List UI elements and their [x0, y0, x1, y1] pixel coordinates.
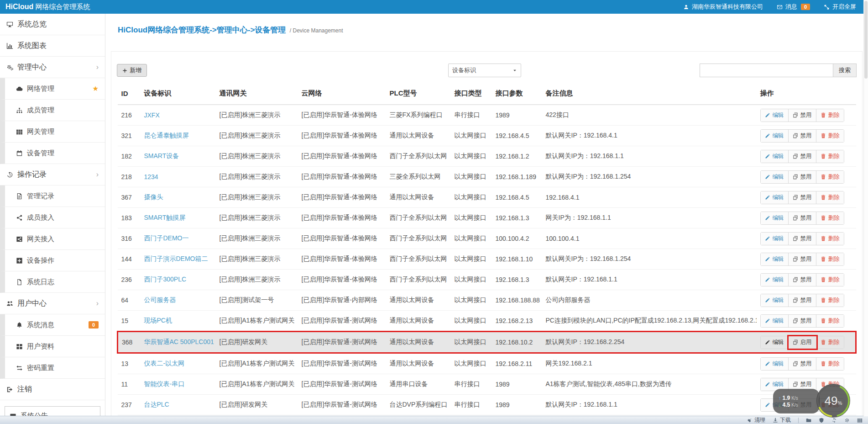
- device-name-link[interactable]: 台达PLC: [144, 401, 169, 408]
- device-name-link[interactable]: 1234: [144, 173, 158, 180]
- sidebar-item-logout[interactable]: 注销: [0, 379, 105, 400]
- folder-icon[interactable]: [806, 418, 811, 423]
- edit-button[interactable]: 编辑: [761, 191, 789, 204]
- device-name-link[interactable]: 仪表二-以太网: [144, 360, 185, 367]
- sidebar-item-user-center[interactable]: 用户中心›: [0, 293, 105, 314]
- app-title[interactable]: HiCloud 网络综合管理系统: [0, 3, 90, 11]
- device-name-link[interactable]: 智能仪表-串口: [144, 380, 185, 387]
- disable-button[interactable]: 禁用: [789, 253, 816, 265]
- add-device-button[interactable]: 新增: [117, 64, 147, 77]
- sidebar-item-device-operations[interactable]: 设备操作: [0, 250, 105, 271]
- edit-button[interactable]: 编辑: [761, 336, 789, 349]
- main-content: HiCloud网络综合管理系统->管理中心->设备管理 / Device Man…: [105, 14, 868, 424]
- delete-button-label: 删除: [828, 360, 840, 368]
- apps-icon[interactable]: [857, 418, 863, 423]
- edit-button[interactable]: 编辑: [761, 358, 789, 370]
- sidebar-item-system-overview[interactable]: 系统总览: [0, 14, 105, 35]
- disable-button[interactable]: 禁用: [789, 130, 816, 142]
- sidebar-item-gateway-access[interactable]: 网关接入: [0, 228, 105, 250]
- note-cell: 192.168.4.1: [542, 187, 757, 208]
- device-name-link[interactable]: 华辰智通AC 500PLC001: [144, 338, 214, 345]
- device-name-link[interactable]: JXFX: [144, 111, 160, 119]
- delete-button[interactable]: 删除: [816, 130, 844, 142]
- device-id: 237: [118, 395, 141, 415]
- network-cell: [已启用]华辰智通-体验网络: [298, 167, 386, 187]
- pencil-icon: [765, 236, 770, 241]
- edit-button[interactable]: 编辑: [761, 315, 789, 327]
- device-name-link[interactable]: 公司服务器: [144, 296, 176, 303]
- delete-button[interactable]: 删除: [816, 233, 844, 245]
- sidebar-item-gateway-management[interactable]: 网关管理: [0, 121, 105, 143]
- sidebar-item-password-reset[interactable]: 密码重置: [0, 357, 105, 379]
- search-input[interactable]: [700, 64, 833, 77]
- disable-button[interactable]: 禁用: [789, 294, 816, 307]
- delete-button[interactable]: 删除: [816, 315, 844, 327]
- search-button[interactable]: 搜索: [833, 64, 857, 77]
- sidebar-item-device-management[interactable]: 设备管理: [0, 143, 105, 164]
- sidebar-item-system-logs[interactable]: 系统日志: [0, 271, 105, 293]
- clean-shortcut[interactable]: 清理: [747, 416, 765, 424]
- trash-icon: [821, 215, 826, 221]
- trash-icon: [821, 318, 826, 323]
- pencil-icon: [765, 174, 770, 180]
- device-name-link[interactable]: 西门子演示DEMO箱二: [144, 255, 208, 262]
- sidebar-item-management-center[interactable]: 管理中心›: [0, 57, 105, 78]
- sidebar-item-network-management[interactable]: 网络管理★: [0, 78, 105, 100]
- delete-button[interactable]: 删除: [816, 294, 844, 307]
- sidebar-item-management-records[interactable]: 管理记录: [0, 186, 105, 207]
- device-name-link[interactable]: 摄像头: [144, 193, 163, 201]
- device-name-link[interactable]: SMART设备: [144, 152, 179, 159]
- device-name-link[interactable]: 西门子DEMO一: [144, 234, 189, 242]
- delete-button[interactable]: 删除: [816, 212, 844, 224]
- edit-button[interactable]: 编辑: [761, 294, 789, 307]
- clone-icon: [793, 174, 798, 180]
- sidebar-item-system-charts[interactable]: 系统图表: [0, 35, 105, 57]
- disable-button[interactable]: 禁用: [789, 191, 816, 204]
- filter-dropdown[interactable]: 设备标识: [448, 64, 521, 77]
- edit-button[interactable]: 编辑: [761, 130, 789, 142]
- download-shortcut[interactable]: 下载: [773, 416, 791, 424]
- sidebar-item-member-access[interactable]: 成员接入: [0, 207, 105, 228]
- device-name-link[interactable]: 现场PC机: [144, 317, 172, 324]
- disable-button[interactable]: 禁用: [789, 109, 816, 122]
- sidebar-item-member-management[interactable]: 成员管理: [0, 100, 105, 121]
- company-menu[interactable]: 湖南华辰智通科技有限公司: [683, 3, 763, 11]
- delete-button[interactable]: 删除: [816, 336, 844, 349]
- delete-button[interactable]: 删除: [816, 171, 844, 183]
- disable-button[interactable]: 禁用: [789, 212, 816, 224]
- scrollbar-thumb[interactable]: [864, 1, 868, 79]
- delete-button[interactable]: 删除: [816, 109, 844, 122]
- enable-button[interactable]: 启用: [789, 336, 816, 349]
- delete-button[interactable]: 删除: [816, 253, 844, 265]
- edit-button[interactable]: 编辑: [761, 274, 789, 286]
- delete-button[interactable]: 删除: [816, 358, 844, 370]
- disable-button[interactable]: 禁用: [789, 233, 816, 245]
- delete-button[interactable]: 删除: [816, 150, 844, 163]
- disable-button[interactable]: 禁用: [789, 171, 816, 183]
- disable-button[interactable]: 禁用: [789, 274, 816, 286]
- device-name-link[interactable]: SMART触摸屏: [144, 214, 186, 221]
- delete-button[interactable]: 删除: [816, 191, 844, 204]
- sidebar-item-system-messages[interactable]: 系统消息0: [0, 314, 105, 336]
- disable-button[interactable]: 禁用: [789, 150, 816, 163]
- device-name-link[interactable]: 昆仑通泰触摸屏: [144, 132, 189, 139]
- edit-button[interactable]: 编辑: [761, 233, 789, 245]
- sidebar-item-user-profile[interactable]: 用户资料: [0, 336, 105, 357]
- disable-button-label: 禁用: [800, 173, 812, 181]
- edit-button[interactable]: 编辑: [761, 150, 789, 163]
- edit-button[interactable]: 编辑: [761, 109, 789, 122]
- fullscreen-button[interactable]: 开启全屏: [824, 3, 856, 11]
- device-name-link[interactable]: 西门子300PLC: [144, 276, 187, 283]
- performance-gauge[interactable]: 49 %: [816, 383, 851, 419]
- edit-button[interactable]: 编辑: [761, 253, 789, 265]
- edit-button[interactable]: 编辑: [761, 171, 789, 183]
- iface-cell: 以太网接口: [451, 270, 492, 290]
- messages-menu[interactable]: 消息 0: [777, 3, 810, 11]
- scrollbar[interactable]: [863, 0, 868, 416]
- delete-button[interactable]: 删除: [816, 274, 844, 286]
- table-row: 2181234[已启用]株洲三菱演示[已启用]华辰智通-体验网络三菱全系列以太网…: [118, 167, 856, 187]
- sidebar-item-operation-records[interactable]: 操作记录›: [0, 164, 105, 186]
- disable-button[interactable]: 禁用: [789, 358, 816, 370]
- edit-button[interactable]: 编辑: [761, 212, 789, 224]
- disable-button[interactable]: 禁用: [789, 315, 816, 327]
